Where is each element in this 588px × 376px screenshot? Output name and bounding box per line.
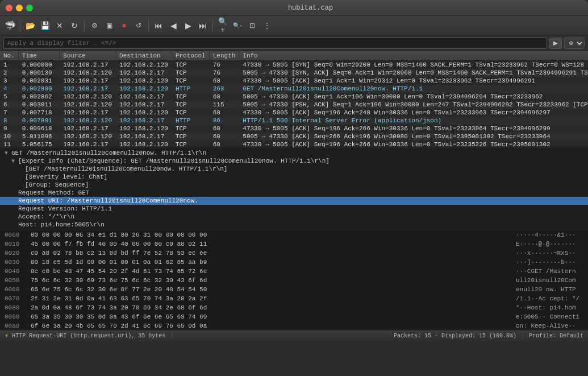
cell-len: 68 (209, 77, 239, 85)
cell-len: 86 (209, 117, 239, 125)
table-row[interactable]: 80.007801192.168.2.120192.168.2.17HTTP86… (0, 117, 588, 125)
cell-dst: 192.168.2.17 (116, 93, 172, 101)
table-row[interactable]: 105.011096192.168.2.120192.168.2.17TCP68… (0, 133, 588, 141)
hex-offset-line: 0050 (5, 276, 24, 285)
cell-len: 68 (209, 141, 239, 148)
table-row[interactable]: 50.002862192.168.2.120192.168.2.17TCP685… (0, 93, 588, 101)
filter-apply-button[interactable]: ▶ (549, 38, 562, 49)
cell-src: 192.168.2.120 (60, 69, 116, 77)
cell-info: 47330 → 5005 [ACK] Seq=196 Ack=266 Win=3… (239, 125, 588, 133)
cell-time: 0.009618 (18, 125, 59, 133)
detail-line[interactable]: Request URI: /Masternull20isnull20Comenu… (0, 197, 588, 205)
hex-offset-line: 0000 (5, 230, 24, 239)
hex-byte-line: 00 00 00 00 06 34 e1 d1 80 26 31 00 00 0… (31, 230, 509, 239)
resize-columns-button[interactable]: ⋮ (260, 19, 274, 32)
cell-dst: 192.168.2.17 (116, 101, 172, 109)
table-row[interactable]: 10.000000192.168.2.17192.168.2.120TCP764… (0, 61, 588, 69)
hex-byte-line: 65 6e 75 6c 6c 32 30 6e 6f 77 2e 20 48 5… (31, 285, 509, 294)
detail-text: [GET /Masternull20isnull20Comenull20now.… (25, 166, 227, 172)
close-capture-button[interactable]: ✕ (53, 19, 66, 32)
capture-restart-button[interactable]: ↺ (132, 19, 145, 32)
hex-ascii-line: on: Keep-Alive·· (516, 321, 583, 330)
detail-line[interactable]: ▼ GET /Masternull20isnull20Comenull20now… (0, 149, 588, 157)
packets-count-label: Packets: 15 · Displayed: 15 (100.0%) (394, 333, 516, 339)
table-row[interactable]: 40.002800192.168.2.17192.168.2.120HTTP26… (0, 85, 588, 93)
detail-line[interactable]: Request Version: HTTP/1.1 (0, 205, 588, 213)
cell-proto: HTTP (172, 117, 209, 125)
detail-text: Request Method: GET (18, 189, 89, 196)
col-header-length[interactable]: Length (209, 51, 239, 61)
detail-line[interactable]: [GET /Masternull20isnull20Comenull20now.… (0, 165, 588, 173)
hex-offset-line: 0040 (5, 267, 24, 276)
filter-bar: ▶ ⊕ (0, 35, 588, 51)
maximize-window-button[interactable] (26, 5, 33, 11)
zoom-out-button[interactable]: 🔍- (231, 19, 244, 32)
cell-proto: TCP (172, 133, 209, 141)
detail-line[interactable]: ▼ [Expert Info (Chat/Sequence): GET /Mas… (0, 157, 588, 165)
hex-ascii-line: *··Host: pi4.hom (516, 303, 583, 312)
detail-line[interactable]: [Severity level: Chat] (0, 173, 588, 181)
cell-no: 2 (0, 69, 18, 77)
capture-stop-button[interactable]: ■ (117, 19, 131, 32)
hex-ascii-line: ···CGET /Mastern (516, 267, 583, 276)
col-header-protocol[interactable]: Protocol (172, 51, 209, 61)
cell-time: 0.007801 (18, 117, 59, 125)
window-title: hubitat.cap (39, 4, 582, 12)
detail-text: GET /Masternull20isnull20Comenull20now. … (11, 150, 206, 156)
cell-proto: TCP (172, 93, 209, 101)
packet-details-panel: ▼ GET /Masternull20isnull20Comenull20now… (0, 148, 588, 230)
zoom-normal-button[interactable]: ⊡ (245, 19, 259, 32)
cell-len: 68 (209, 133, 239, 141)
scroll-next-button[interactable]: ▶ (181, 19, 195, 32)
hex-ascii-line: /1.1··Ac cept: */ (516, 294, 583, 303)
cell-info: 47330 → 5005 [SYN] Seq=0 Win=29200 Len=0… (239, 61, 588, 69)
cell-info: 47330 → 5005 [ACK] Seq=196 Ack=266 Win=3… (239, 141, 588, 148)
hex-byte-line: 8c c0 be 43 47 45 54 20 2f 4d 61 73 74 6… (31, 267, 509, 276)
open-file-button[interactable]: 📂 (23, 19, 37, 32)
col-header-no[interactable]: No. (0, 51, 18, 61)
detail-line[interactable]: [Group: Sequence] (0, 181, 588, 189)
hex-ascii-line: enull20 ow. HTTP (516, 285, 583, 294)
scroll-end-button[interactable]: ⏭ (196, 19, 210, 32)
col-header-info[interactable]: Info (239, 51, 588, 61)
cell-dst: 192.168.2.17 (116, 117, 172, 125)
window-controls[interactable] (6, 5, 33, 11)
col-header-source[interactable]: Source (60, 51, 116, 61)
col-header-destination[interactable]: Destination (116, 51, 172, 61)
titlebar: hubitat.cap (0, 0, 588, 16)
capture-options-button[interactable]: ⚙ (87, 19, 101, 32)
hex-ascii-line: E·····@·@······· (516, 239, 583, 249)
display-filter-input[interactable] (3, 38, 547, 49)
table-row[interactable]: 30.002031192.168.2.17192.168.2.120TCP684… (0, 77, 588, 85)
cell-src: 192.168.2.120 (60, 93, 116, 101)
cell-proto: TCP (172, 101, 209, 109)
scroll-prev-button[interactable]: ◀ (166, 19, 180, 32)
hex-dump-panel: 0000001000200030004000500060007000800090… (0, 230, 588, 330)
packet-table: No. Time Source Destination Protocol Len… (0, 51, 588, 148)
table-row[interactable]: 20.000139192.168.2.120192.168.2.17TCP765… (0, 69, 588, 77)
reload-button[interactable]: ↻ (68, 19, 81, 32)
cell-len: 115 (209, 101, 239, 109)
table-row[interactable]: 115.056175192.168.2.17192.168.2.120TCP68… (0, 141, 588, 148)
table-row[interactable]: 70.007718192.168.2.17192.168.2.120TCP684… (0, 109, 588, 117)
detail-line[interactable]: Accept: */*\r\n (0, 213, 588, 221)
hex-byte-line: 45 00 00 f7 fb fd 40 00 40 06 00 00 c0 a… (31, 239, 509, 249)
cell-time: 5.056175 (18, 141, 59, 148)
detail-line[interactable]: Host: pi4.home:5005\r\n (0, 221, 588, 229)
zoom-in-button[interactable]: 🔍+ (216, 19, 230, 32)
close-window-button[interactable] (6, 5, 12, 11)
scroll-begin-button[interactable]: ⏮ (152, 19, 165, 32)
table-row[interactable]: 60.003011192.168.2.120192.168.2.17TCP115… (0, 101, 588, 109)
hex-byte-line: 6f 6e 3a 20 4b 65 65 70 2d 41 6c 69 76 6… (31, 321, 509, 330)
detail-line[interactable]: Request Method: GET (0, 189, 588, 197)
save-button[interactable]: 💾 (38, 19, 52, 32)
capture-interfaces-button[interactable]: ▣ (102, 19, 116, 32)
col-header-time[interactable]: Time (18, 51, 59, 61)
table-row[interactable]: 90.009618192.168.2.17192.168.2.120TCP684… (0, 125, 588, 133)
hex-byte-line: 65 3a 35 30 30 35 0d 0a 43 6f 6e 6e 65 6… (31, 312, 509, 321)
filter-bookmarks-dropdown[interactable]: ⊕ (564, 38, 585, 49)
cell-time: 0.007718 (18, 109, 59, 117)
minimize-window-button[interactable] (16, 5, 23, 11)
cell-no: 11 (0, 141, 18, 148)
hex-ascii: ·····4·····&1···E·····@·@··········x····… (511, 230, 588, 329)
